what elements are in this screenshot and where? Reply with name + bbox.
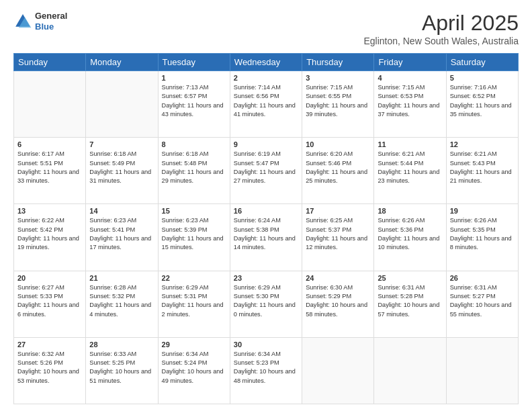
day-number: 10 <box>306 140 370 148</box>
header: General Blue April 2025 Eglinton, New So… <box>13 11 519 46</box>
day-cell: 1Sunrise: 7:13 AMSunset: 6:57 PMDaylight… <box>158 71 230 138</box>
day-cell: 8Sunrise: 6:18 AMSunset: 5:48 PMDaylight… <box>158 138 230 204</box>
day-number: 21 <box>89 274 154 282</box>
day-cell: 17Sunrise: 6:25 AMSunset: 5:37 PMDayligh… <box>302 204 374 271</box>
day-cell: 25Sunrise: 6:31 AMSunset: 5:28 PMDayligh… <box>374 271 446 337</box>
day-cell: 23Sunrise: 6:29 AMSunset: 5:30 PMDayligh… <box>230 271 302 337</box>
day-cell <box>446 337 518 404</box>
day-number: 29 <box>162 340 226 349</box>
day-number: 9 <box>234 140 298 148</box>
day-number: 5 <box>450 74 515 82</box>
page: General Blue April 2025 Eglinton, New So… <box>0 0 532 411</box>
day-cell: 6Sunrise: 6:17 AMSunset: 5:51 PMDaylight… <box>14 138 86 204</box>
day-number: 24 <box>306 274 370 282</box>
day-detail: Sunrise: 6:25 AMSunset: 5:37 PMDaylight:… <box>306 216 370 252</box>
col-header-thursday: Thursday <box>302 54 374 71</box>
day-number: 18 <box>378 207 442 215</box>
day-number: 14 <box>89 207 154 215</box>
day-cell: 20Sunrise: 6:27 AMSunset: 5:33 PMDayligh… <box>14 271 86 337</box>
day-cell <box>302 337 374 404</box>
day-detail: Sunrise: 6:21 AMSunset: 5:43 PMDaylight:… <box>450 150 515 185</box>
day-cell: 29Sunrise: 6:34 AMSunset: 5:24 PMDayligh… <box>158 337 230 404</box>
day-number: 3 <box>306 74 370 82</box>
day-cell: 3Sunrise: 7:15 AMSunset: 6:55 PMDaylight… <box>302 71 374 138</box>
day-detail: Sunrise: 6:29 AMSunset: 5:31 PMDaylight:… <box>162 283 226 319</box>
day-detail: Sunrise: 7:15 AMSunset: 6:53 PMDaylight:… <box>378 83 442 119</box>
day-detail: Sunrise: 6:17 AMSunset: 5:51 PMDaylight:… <box>17 150 82 185</box>
logo-text: General Blue <box>35 11 67 32</box>
day-number: 22 <box>162 274 226 282</box>
day-detail: Sunrise: 6:24 AMSunset: 5:38 PMDaylight:… <box>234 216 298 252</box>
week-row-5: 27Sunrise: 6:32 AMSunset: 5:26 PMDayligh… <box>14 337 519 404</box>
col-header-friday: Friday <box>374 54 446 71</box>
day-detail: Sunrise: 6:26 AMSunset: 5:36 PMDaylight:… <box>378 216 442 252</box>
day-cell: 7Sunrise: 6:18 AMSunset: 5:49 PMDaylight… <box>86 138 158 204</box>
logo-blue: Blue <box>35 21 67 32</box>
day-number: 6 <box>17 140 82 148</box>
day-number: 8 <box>162 140 226 148</box>
day-detail: Sunrise: 6:34 AMSunset: 5:24 PMDaylight:… <box>162 350 226 385</box>
col-header-saturday: Saturday <box>446 54 518 71</box>
day-number: 1 <box>162 74 226 82</box>
day-cell: 30Sunrise: 6:34 AMSunset: 5:23 PMDayligh… <box>230 337 302 404</box>
day-detail: Sunrise: 6:29 AMSunset: 5:30 PMDaylight:… <box>234 283 298 319</box>
day-cell <box>14 71 86 138</box>
day-detail: Sunrise: 6:20 AMSunset: 5:46 PMDaylight:… <box>306 150 370 185</box>
day-cell: 22Sunrise: 6:29 AMSunset: 5:31 PMDayligh… <box>158 271 230 337</box>
day-cell: 27Sunrise: 6:32 AMSunset: 5:26 PMDayligh… <box>14 337 86 404</box>
week-row-2: 6Sunrise: 6:17 AMSunset: 5:51 PMDaylight… <box>14 138 519 204</box>
day-number: 4 <box>378 74 442 82</box>
month-title: April 2025 <box>363 11 519 36</box>
day-cell: 10Sunrise: 6:20 AMSunset: 5:46 PMDayligh… <box>302 138 374 204</box>
day-cell <box>86 71 158 138</box>
day-cell: 21Sunrise: 6:28 AMSunset: 5:32 PMDayligh… <box>86 271 158 337</box>
day-detail: Sunrise: 6:22 AMSunset: 5:42 PMDaylight:… <box>17 216 82 252</box>
day-cell: 11Sunrise: 6:21 AMSunset: 5:44 PMDayligh… <box>374 138 446 204</box>
day-cell: 16Sunrise: 6:24 AMSunset: 5:38 PMDayligh… <box>230 204 302 271</box>
day-detail: Sunrise: 6:31 AMSunset: 5:27 PMDaylight:… <box>450 283 515 319</box>
day-detail: Sunrise: 6:18 AMSunset: 5:48 PMDaylight:… <box>162 150 226 185</box>
logo-icon <box>13 12 32 31</box>
day-detail: Sunrise: 6:28 AMSunset: 5:32 PMDaylight:… <box>89 283 154 319</box>
day-number: 11 <box>378 140 442 148</box>
day-number: 30 <box>234 340 298 349</box>
calendar-table: SundayMondayTuesdayWednesdayThursdayFrid… <box>13 53 519 404</box>
title-area: April 2025 Eglinton, New South Wales, Au… <box>363 11 519 46</box>
col-header-sunday: Sunday <box>14 54 86 71</box>
day-detail: Sunrise: 6:19 AMSunset: 5:47 PMDaylight:… <box>234 150 298 185</box>
day-cell: 13Sunrise: 6:22 AMSunset: 5:42 PMDayligh… <box>14 204 86 271</box>
day-cell: 24Sunrise: 6:30 AMSunset: 5:29 PMDayligh… <box>302 271 374 337</box>
week-row-4: 20Sunrise: 6:27 AMSunset: 5:33 PMDayligh… <box>14 271 519 337</box>
day-number: 28 <box>89 340 154 349</box>
week-row-3: 13Sunrise: 6:22 AMSunset: 5:42 PMDayligh… <box>14 204 519 271</box>
location: Eglinton, New South Wales, Australia <box>363 36 519 46</box>
header-row: SundayMondayTuesdayWednesdayThursdayFrid… <box>14 54 519 71</box>
day-number: 19 <box>450 207 515 215</box>
day-detail: Sunrise: 6:34 AMSunset: 5:23 PMDaylight:… <box>234 350 298 385</box>
day-cell: 5Sunrise: 7:16 AMSunset: 6:52 PMDaylight… <box>446 71 518 138</box>
day-cell: 18Sunrise: 6:26 AMSunset: 5:36 PMDayligh… <box>374 204 446 271</box>
day-detail: Sunrise: 6:23 AMSunset: 5:39 PMDaylight:… <box>162 216 226 252</box>
day-cell: 2Sunrise: 7:14 AMSunset: 6:56 PMDaylight… <box>230 71 302 138</box>
col-header-wednesday: Wednesday <box>230 54 302 71</box>
day-number: 20 <box>17 274 82 282</box>
day-cell <box>374 337 446 404</box>
day-number: 12 <box>450 140 515 148</box>
day-cell: 28Sunrise: 6:33 AMSunset: 5:25 PMDayligh… <box>86 337 158 404</box>
day-detail: Sunrise: 7:15 AMSunset: 6:55 PMDaylight:… <box>306 83 370 119</box>
day-number: 25 <box>378 274 442 282</box>
day-number: 16 <box>234 207 298 215</box>
day-number: 17 <box>306 207 370 215</box>
day-detail: Sunrise: 6:26 AMSunset: 5:35 PMDaylight:… <box>450 216 515 252</box>
day-cell: 19Sunrise: 6:26 AMSunset: 5:35 PMDayligh… <box>446 204 518 271</box>
day-number: 23 <box>234 274 298 282</box>
day-detail: Sunrise: 6:18 AMSunset: 5:49 PMDaylight:… <box>89 150 154 185</box>
day-cell: 26Sunrise: 6:31 AMSunset: 5:27 PMDayligh… <box>446 271 518 337</box>
day-cell: 12Sunrise: 6:21 AMSunset: 5:43 PMDayligh… <box>446 138 518 204</box>
logo: General Blue <box>13 11 67 32</box>
week-row-1: 1Sunrise: 7:13 AMSunset: 6:57 PMDaylight… <box>14 71 519 138</box>
logo-general: General <box>35 11 67 21</box>
col-header-monday: Monday <box>86 54 158 71</box>
day-number: 13 <box>17 207 82 215</box>
day-detail: Sunrise: 6:23 AMSunset: 5:41 PMDaylight:… <box>89 216 154 252</box>
